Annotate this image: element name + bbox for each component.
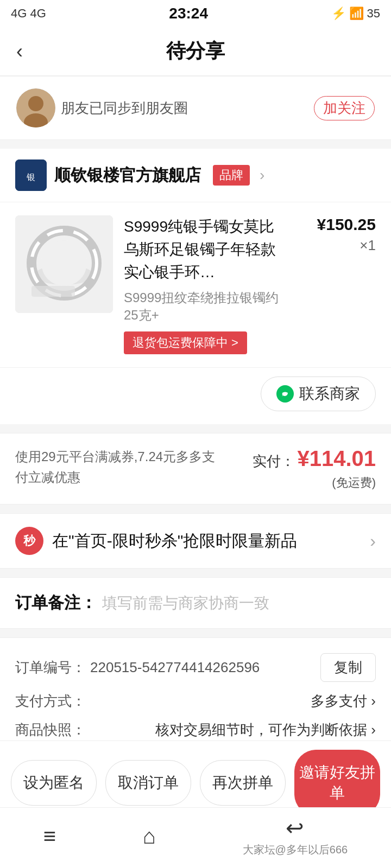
- product-info: S9999纯银手镯女莫比乌斯环足银镯子年轻款实心银手环… S9999扭纹牵绕推拉…: [124, 215, 289, 354]
- message-icon: [276, 385, 294, 403]
- svg-text:银: 银: [26, 173, 35, 182]
- store-arrow-icon: ›: [260, 167, 264, 184]
- copy-button[interactable]: 复制: [320, 653, 376, 682]
- free-shipping-label: (免运费): [332, 476, 376, 489]
- payment-method-value[interactable]: 多多支付 ›: [311, 692, 376, 711]
- order-id-value: 220515-542774414262596: [90, 659, 260, 676]
- flash-sale-banner[interactable]: 秒 在"首页-限时秒杀"抢限时限量新品 ›: [0, 513, 391, 569]
- product-item: S9999纯银手镯女莫比乌斯环足银镯子年轻款实心银手环… S9999扭纹牵绕推拉…: [0, 202, 391, 368]
- flash-icon: 秒: [15, 527, 43, 555]
- payment-summary: 使用29元平台满减券,7.24元多多支付立减优惠 实付： ¥114.01 (免运…: [0, 433, 391, 505]
- store-name: 顺钦银楼官方旗舰店: [54, 164, 201, 187]
- store-logo: 银: [15, 159, 47, 191]
- page-title: 待分享: [166, 38, 225, 65]
- nav-back-item[interactable]: ↩ 大家坛@多年以后666: [243, 815, 348, 857]
- nav-bar: ≡ ⌂ ↩ 大家坛@多年以后666: [0, 807, 391, 868]
- time-display: 23:24: [169, 5, 208, 22]
- flash-arrow-icon: ›: [370, 531, 376, 551]
- payment-method-row: 支付方式： 多多支付 ›: [15, 692, 376, 711]
- snapshot-value[interactable]: 核对交易细节时，可作为判断依据 ›: [155, 720, 376, 739]
- payment-actual: 实付： ¥114.01 (免运费): [253, 446, 376, 491]
- order-id-row: 订单编号： 220515-542774414262596 复制: [15, 653, 376, 682]
- battery-indicator: ⚡ 📶 35: [331, 7, 380, 21]
- invite-friends-button[interactable]: 邀请好友拼单: [294, 750, 380, 816]
- follow-button[interactable]: 加关注: [314, 96, 375, 120]
- order-notes-section: 订单备注： 填写前需与商家协商一致: [0, 577, 391, 629]
- product-image: [15, 215, 113, 313]
- svg-point-1: [28, 96, 43, 111]
- brand-badge: 品牌: [213, 165, 250, 186]
- flash-sale-text: 在"首页-限时秒杀"抢限时限量新品: [52, 530, 297, 552]
- product-spec: S9999扭纹牵绕推拉银镯约25克+: [124, 289, 289, 324]
- svg-rect-10: [31, 286, 75, 297]
- reorder-button[interactable]: 再次拼单: [200, 760, 286, 806]
- menu-icon: ≡: [43, 824, 56, 848]
- flash-sale-info: 秒 在"首页-限时秒杀"抢限时限量新品: [15, 527, 297, 555]
- nav-home-item[interactable]: ⌂: [143, 824, 156, 848]
- cancel-order-button[interactable]: 取消订单: [105, 760, 191, 806]
- payment-note: 使用29元平台满减券,7.24元多多支付立减优惠: [15, 446, 222, 488]
- back-button[interactable]: ‹: [16, 40, 23, 63]
- back-nav-icon: ↩: [286, 815, 304, 840]
- prev-order-info: 朋友已同步到朋友圈: [16, 88, 188, 127]
- prev-order-teaser: 朋友已同步到朋友圈 加关注: [0, 76, 391, 140]
- payment-amount: ¥114.01: [297, 446, 376, 471]
- avatar: [16, 88, 55, 127]
- nav-label: 大家坛@多年以后666: [243, 843, 348, 857]
- wifi-icon: 📶: [349, 7, 364, 21]
- signal-indicator: 4G 4G: [11, 7, 46, 21]
- contact-merchant-button[interactable]: 联系商家: [261, 376, 376, 411]
- order-notes-input[interactable]: 填写前需与商家协商一致: [102, 593, 269, 614]
- store-section: 银 顺钦银楼官方旗舰店 品牌 › S9999纯银手镯女莫比乌斯环足银镯子年: [0, 149, 391, 424]
- order-notes-label: 订单备注：: [15, 592, 97, 614]
- product-price: ¥150.25: [317, 215, 376, 234]
- payment-label: 实付：: [253, 452, 295, 471]
- product-price-row: ¥150.25 ×1: [300, 215, 376, 354]
- battery-level: 35: [367, 7, 380, 21]
- refund-badge: 退货包运费保障中 >: [124, 331, 247, 354]
- snapshot-row: 商品快照： 核对交易细节时，可作为判断依据 ›: [15, 720, 376, 739]
- svg-point-9: [41, 240, 87, 286]
- store-header[interactable]: 银 顺钦银楼官方旗舰店 品牌 ›: [0, 149, 391, 202]
- nav-menu-item[interactable]: ≡: [43, 824, 56, 848]
- contact-label: 联系商家: [299, 384, 360, 404]
- page-header: ‹ 待分享: [0, 27, 391, 76]
- product-qty: ×1: [360, 237, 376, 254]
- contact-row: 联系商家: [0, 368, 391, 424]
- home-icon: ⌂: [143, 824, 156, 848]
- snapshot-label: 商品快照：: [15, 720, 86, 739]
- order-id-label: 订单编号：: [15, 658, 86, 677]
- anonymous-button[interactable]: 设为匿名: [11, 760, 97, 806]
- product-title: S9999纯银手镯女莫比乌斯环足银镯子年轻款实心银手环…: [124, 215, 289, 284]
- bluetooth-icon: ⚡: [331, 7, 346, 21]
- status-bar: 4G 4G 23:24 ⚡ 📶 35: [0, 0, 391, 27]
- prev-order-text: 朋友已同步到朋友圈: [61, 99, 188, 118]
- payment-method-label: 支付方式：: [15, 692, 86, 711]
